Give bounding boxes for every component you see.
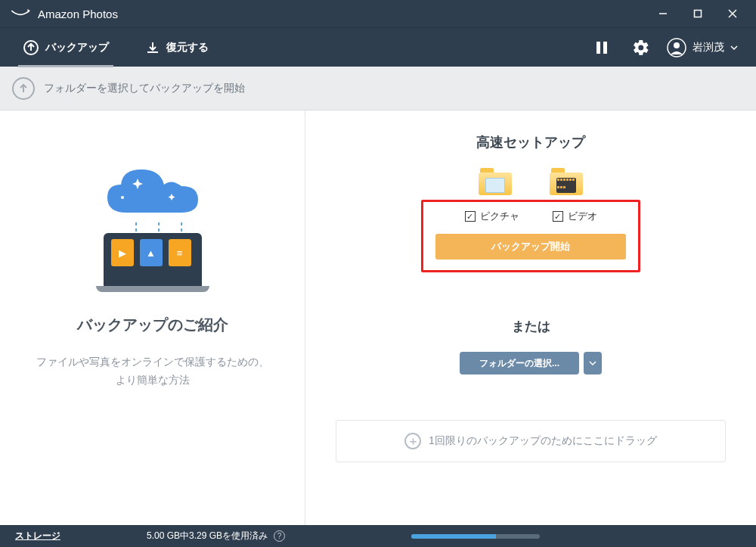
user-name: 岩渕茂: [692, 41, 724, 54]
main-content: ▶▲≡ ▶▲≡ バックアップのご紹介 ファイルや写真をオンラインで保護するための…: [0, 110, 756, 525]
storage-link[interactable]: ストレージ: [15, 530, 60, 542]
tab-backup[interactable]: バックアップ: [18, 28, 113, 67]
chevron-down-icon: [589, 361, 596, 365]
select-folder-dropdown[interactable]: [584, 352, 602, 375]
one-time-backup-dropzone[interactable]: ＋ 1回限りのバックアップのためにここにドラッグ: [336, 420, 726, 462]
storage-progress-fill: [411, 534, 496, 539]
svg-rect-1: [695, 11, 702, 17]
start-backup-button[interactable]: バックアップ開始: [435, 234, 626, 260]
footer: ストレージ 5.00 GB中3.29 GBを使用済み ?: [0, 525, 756, 547]
tab-restore-label: 復元する: [166, 41, 209, 54]
laptop-icon: ▶▲≡: [96, 233, 209, 292]
avatar-icon: [667, 38, 686, 57]
intro-panel: ▶▲≡ ▶▲≡ バックアップのご紹介 ファイルや写真をオンラインで保護するための…: [0, 110, 305, 525]
videos-folder-icon: [550, 168, 583, 195]
titlebar: Amazon Photos: [0, 0, 756, 27]
settings-button[interactable]: [627, 34, 655, 61]
minimize-button[interactable]: [646, 0, 680, 27]
storage-progress-bar: [411, 534, 540, 539]
download-icon: [145, 40, 160, 55]
navbar: バックアップ 復元する 岩渕茂: [0, 27, 756, 67]
close-button[interactable]: [715, 0, 750, 27]
maximize-button[interactable]: [680, 0, 715, 27]
subheader-text: フォルダーを選択してバックアップを開始: [44, 82, 245, 95]
plus-circle-icon: ＋: [404, 433, 421, 449]
backup-illustration: ▶▲≡ ▶▲≡: [77, 163, 228, 292]
upload-hint-icon: [12, 77, 35, 100]
intro-title: バックアップのご紹介: [18, 315, 287, 335]
svg-point-9: [121, 196, 124, 199]
setup-panel: 高速セットアップ ✓ピクチャ ✓ビデオ バックアップ開始 または フォルダーの選…: [305, 110, 756, 525]
chevron-down-icon: [730, 45, 738, 50]
svg-rect-5: [596, 42, 600, 54]
amazon-smile-icon: [11, 8, 30, 20]
window-controls: [646, 0, 750, 27]
quick-setup-title: 高速セットアップ: [336, 133, 726, 151]
checkbox-pictures[interactable]: ✓ピクチャ: [465, 210, 519, 223]
tab-restore[interactable]: 復元する: [141, 28, 213, 67]
subheader: フォルダーを選択してバックアップを開始: [0, 67, 756, 110]
folder-type-row: [336, 168, 726, 195]
or-title: または: [336, 318, 726, 335]
pictures-folder-icon: [479, 168, 512, 195]
svg-point-8: [674, 42, 680, 48]
gear-icon: [632, 39, 650, 57]
storage-usage-text: 5.00 GB中3.29 GBを使用済み: [147, 530, 268, 542]
cloud-icon: [100, 163, 206, 224]
upload-circle-icon: [23, 39, 39, 56]
tab-backup-label: バックアップ: [45, 41, 109, 54]
help-icon[interactable]: ?: [274, 530, 285, 542]
svg-rect-6: [603, 42, 607, 54]
app-title: Amazon Photos: [38, 8, 646, 20]
user-menu[interactable]: 岩渕茂: [667, 38, 738, 57]
dropzone-text: 1回限りのバックアップのためにここにドラッグ: [429, 434, 657, 448]
checkbox-videos[interactable]: ✓ビデオ: [553, 210, 597, 223]
select-folder-button[interactable]: フォルダーの選択...: [460, 352, 579, 375]
intro-description: ファイルや写真をオンラインで保護するための、 より簡単な方法: [18, 353, 287, 390]
quick-setup-highlight: ✓ピクチャ ✓ビデオ バックアップ開始: [421, 200, 640, 272]
pause-button[interactable]: [588, 34, 615, 61]
